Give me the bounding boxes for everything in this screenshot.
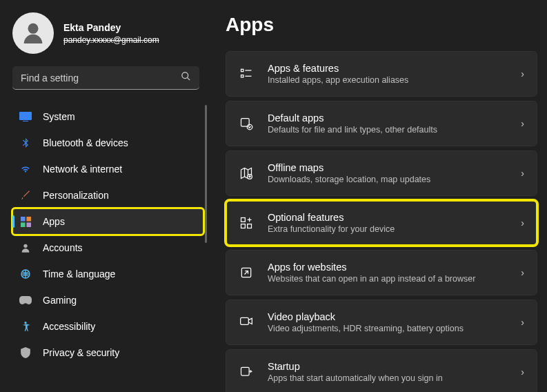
- sidebar-item-accounts[interactable]: Accounts: [12, 235, 203, 261]
- svg-rect-12: [241, 69, 243, 71]
- svg-point-0: [28, 23, 39, 34]
- sidebar-item-label: Time & language: [43, 268, 115, 280]
- card-default-apps[interactable]: Default apps Defaults for file and link …: [226, 101, 537, 146]
- svg-rect-25: [241, 317, 249, 324]
- clock-globe-icon: [19, 268, 32, 280]
- card-title: Startup: [268, 361, 507, 372]
- svg-rect-7: [21, 222, 26, 227]
- sidebar-item-accessibility[interactable]: Accessibility: [12, 313, 203, 340]
- card-sub: Video adjustments, HDR streaming, batter…: [268, 324, 507, 333]
- avatar: [12, 12, 54, 54]
- shield-icon: [19, 346, 32, 359]
- user-meta: Ekta Pandey pandey.xxxxx@gmail.com: [63, 22, 159, 45]
- card-optional-features[interactable]: Optional features Extra functionality fo…: [226, 200, 537, 246]
- card-title: Video playback: [268, 311, 507, 322]
- svg-rect-19: [241, 218, 246, 222]
- chevron-right-icon: ›: [521, 366, 524, 378]
- svg-rect-13: [241, 75, 243, 77]
- sidebar: Ekta Pandey pandey.xxxxx@gmail.com Syste…: [0, 0, 210, 392]
- search-input[interactable]: [12, 66, 199, 90]
- sidebar-item-personalization[interactable]: Personalization: [12, 182, 203, 208]
- card-title: Apps & features: [268, 63, 507, 74]
- card-title: Optional features: [268, 212, 507, 223]
- card-title: Default apps: [268, 112, 507, 124]
- startup-icon: [239, 364, 254, 380]
- svg-rect-4: [23, 121, 28, 121]
- chevron-right-icon: ›: [521, 217, 524, 228]
- chevron-right-icon: ›: [521, 118, 524, 129]
- sidebar-item-system[interactable]: System: [12, 104, 203, 130]
- sidebar-item-label: System: [43, 111, 75, 122]
- sidebar-item-apps[interactable]: Apps: [12, 208, 203, 235]
- svg-rect-20: [241, 224, 246, 228]
- sidebar-item-time[interactable]: Time & language: [12, 261, 203, 287]
- video-icon: [239, 315, 254, 330]
- svg-rect-5: [21, 217, 26, 222]
- card-title: Apps for websites: [268, 262, 507, 273]
- card-startup[interactable]: Startup Apps that start automatically wh…: [226, 349, 537, 392]
- scrollbar[interactable]: [205, 105, 207, 243]
- card-list: Apps & features Installed apps, app exec…: [226, 51, 537, 392]
- card-sub: Defaults for file and link types, other …: [268, 125, 507, 135]
- chevron-right-icon: ›: [521, 168, 524, 179]
- user-icon: [19, 19, 47, 47]
- gaming-icon: [19, 294, 32, 306]
- card-apps-features[interactable]: Apps & features Installed apps, app exec…: [226, 51, 537, 97]
- card-title: Offline maps: [268, 162, 507, 173]
- svg-line-2: [187, 77, 190, 80]
- sidebar-item-label: Bluetooth & devices: [43, 137, 128, 148]
- chevron-right-icon: ›: [521, 68, 524, 79]
- list-icon: [239, 66, 254, 81]
- sidebar-item-bluetooth[interactable]: Bluetooth & devices: [12, 130, 203, 156]
- card-video-playback[interactable]: Video playback Video adjustments, HDR st…: [226, 300, 537, 345]
- search-icon: [181, 71, 191, 84]
- user-name: Ekta Pandey: [63, 22, 159, 33]
- svg-rect-8: [26, 222, 31, 227]
- sidebar-item-label: Accounts: [43, 242, 83, 253]
- open-external-icon: [239, 265, 254, 280]
- accessibility-icon: [19, 320, 32, 333]
- sidebar-item-label: Gaming: [43, 295, 77, 306]
- page-title: Apps: [226, 14, 537, 36]
- svg-point-9: [23, 244, 27, 248]
- card-sub: Installed apps, app execution aliases: [268, 75, 507, 85]
- card-sub: Websites that can open in an app instead…: [268, 274, 507, 284]
- sidebar-item-label: Privacy & security: [43, 347, 119, 358]
- card-apps-websites[interactable]: Apps for websites Websites that can open…: [226, 250, 537, 295]
- main-content: Apps Apps & features Installed apps, app…: [210, 0, 547, 392]
- apps-icon: [19, 215, 32, 228]
- search-field[interactable]: [21, 72, 181, 84]
- svg-rect-21: [248, 224, 252, 228]
- sidebar-item-gaming[interactable]: Gaming: [12, 287, 203, 313]
- svg-rect-6: [26, 217, 31, 222]
- wifi-icon: [19, 163, 32, 175]
- svg-point-1: [182, 72, 188, 79]
- sidebar-item-network[interactable]: Network & internet: [12, 156, 203, 182]
- map-icon: [239, 166, 254, 181]
- sidebar-item-label: Accessibility: [43, 321, 95, 332]
- svg-rect-26: [241, 367, 250, 375]
- chevron-right-icon: ›: [521, 267, 524, 278]
- default-apps-icon: [239, 116, 254, 131]
- optional-features-icon: [239, 215, 254, 231]
- card-offline-maps[interactable]: Offline maps Downloads, storage location…: [226, 150, 537, 196]
- card-sub: Extra functionality for your device: [268, 224, 507, 234]
- user-email: pandey.xxxxx@gmail.com: [63, 35, 159, 45]
- brush-icon: [19, 189, 32, 202]
- bluetooth-icon: [19, 137, 32, 149]
- card-sub: Apps that start automatically when you s…: [268, 373, 507, 383]
- sidebar-item-label: Apps: [43, 216, 65, 227]
- chevron-right-icon: ›: [521, 317, 524, 328]
- svg-point-11: [24, 322, 26, 324]
- sidebar-item-privacy[interactable]: Privacy & security: [12, 340, 203, 366]
- sidebar-item-label: Personalization: [43, 190, 109, 201]
- nav: System Bluetooth & devices Network & int…: [0, 104, 210, 366]
- svg-rect-3: [19, 112, 32, 120]
- display-icon: [19, 110, 32, 123]
- card-sub: Downloads, storage location, map updates: [268, 175, 507, 184]
- user-block[interactable]: Ekta Pandey pandey.xxxxx@gmail.com: [0, 12, 210, 66]
- sidebar-item-label: Network & internet: [43, 164, 122, 175]
- accounts-icon: [19, 242, 32, 254]
